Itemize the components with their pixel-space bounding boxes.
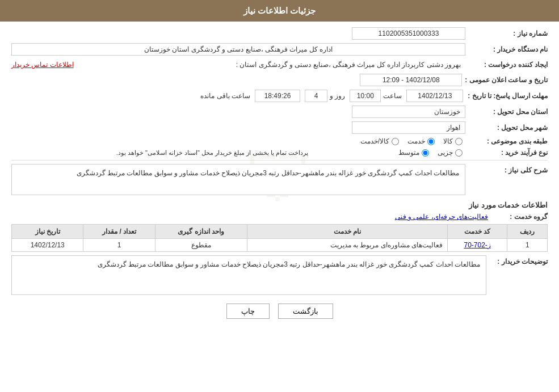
need-number-row: شماره نیاز : 1102005351000333 (11, 27, 548, 40)
page-title: جزئیات اطلاعات نیاز (243, 6, 316, 15)
table-row: 1 ز-702-70 فعالیت‌های مشاوره‌ای مربوط به… (12, 239, 548, 252)
city-row: شهر محل تحویل : اهواز (11, 121, 548, 134)
need-number-label: شماره نیاز : (468, 29, 548, 37)
deadline-time-segment: ساعت 10:00 (350, 90, 402, 102)
deadline-days-segment: روز و 4 (305, 90, 345, 102)
province-value: خوزستان (352, 106, 465, 118)
divider (11, 160, 548, 161)
purchase-type-row: نوع فرآیند خرید : جزیی متوسط پرداخت تمام… (11, 149, 548, 157)
cell-quantity: 1 (83, 239, 155, 252)
col-date: تاریخ نیاز (12, 225, 83, 239)
category-khadamat-label: خدمت (407, 137, 425, 145)
deadline-day-label: روز و (330, 92, 345, 100)
service-group-label: گروه خدمت : (491, 213, 548, 221)
col-unit: واحد اندازه گیری (155, 225, 247, 239)
cell-service-name: فعالیت‌های مشاوره‌ای مربوط به مدیریت (247, 239, 447, 252)
category-kala-khadamat: کالا/خدمت (360, 137, 399, 145)
city-label: شهر محل تحویل : (468, 124, 548, 132)
category-radio-group: کالا خدمت کالا/خدمت (360, 137, 463, 145)
city-value: اهواز (352, 121, 465, 134)
purchase-motavasset-label: متوسط (398, 149, 419, 157)
purchase-jozi: جزیی (438, 149, 463, 157)
page-header: جزئیات اطلاعات نیاز (0, 0, 559, 22)
deadline-date: 1402/12/13 (406, 90, 463, 102)
purchase-jozi-label: جزیی (438, 149, 453, 157)
deadline-row: مهلت ارسال پاسخ: تا تاریخ : 1402/12/13 س… (11, 90, 548, 102)
need-number-value: 1102005351000333 (352, 27, 465, 40)
buyer-org-value: اداره کل میراث فرهنگی ،صنایع دستی و گردش… (11, 43, 465, 56)
description-row: شرح کلی نیاز : مطالعات احداث کمپ گردشگری… (11, 164, 548, 195)
purchase-type-label: نوع فرآیند خرید : (468, 149, 548, 157)
col-service-name: نام خدمت (247, 225, 447, 239)
buyer-desc-row: توضیحات خریدار : مطالعات احداث کمپ گردشگ… (11, 255, 548, 295)
col-row-num: ردیف (507, 225, 548, 239)
back-button[interactable]: بازگشت (278, 304, 333, 319)
category-label: طبقه بندی موضوعی : (468, 137, 548, 145)
description-value: مطالعات احداث کمپ گردشگری خور غزاله بندر… (11, 164, 465, 195)
category-kala: کالا (443, 137, 463, 145)
service-info-title: اطلاعات خدمات مورد نیاز (11, 201, 548, 209)
deadline-time-label: ساعت (383, 92, 402, 100)
category-kala-khadamat-radio[interactable] (392, 138, 399, 145)
remaining-label: ساعت باقی مانده (200, 92, 250, 100)
service-info-section: اطلاعات خدمات مورد نیاز گروه خدمت : فعال… (11, 201, 548, 252)
buyer-desc-value: مطالعات احداث کمپ گردشگری خور غزاله بندر… (11, 255, 486, 295)
purchase-motavasset-radio[interactable] (422, 149, 429, 157)
cell-date: 1402/12/13 (12, 239, 83, 252)
services-table: ردیف کد خدمت نام خدمت واحد اندازه گیری ت… (11, 224, 548, 252)
buyer-org-row: نام دستگاه خریدار : اداره کل میراث فرهنگ… (11, 43, 548, 56)
remaining-time-value: 18:49:26 (255, 90, 300, 102)
category-row: طبقه بندی موضوعی : کالا خدمت کالا/خدمت (11, 137, 548, 145)
announce-label: تاریخ و ساعت اعلان عمومی : (465, 76, 548, 84)
cell-unit: مقطوع (155, 239, 247, 252)
service-group-value[interactable]: فعالیت‌های حرفه‌ای، علمی و فنی (395, 213, 488, 221)
buyer-desc-label: توضیحات خریدار : (491, 255, 548, 265)
announce-value: 1402/12/08 - 12:09 (360, 74, 462, 86)
service-group-row: گروه خدمت : فعالیت‌های حرفه‌ای، علمی و ف… (11, 213, 548, 221)
category-kala-khadamat-label: کالا/خدمت (360, 137, 389, 145)
col-service-code: کد خدمت (447, 225, 507, 239)
table-header-row: ردیف کد خدمت نام خدمت واحد اندازه گیری ت… (12, 225, 548, 239)
category-khadamat-radio[interactable] (427, 138, 435, 145)
cell-row-num: 1 (507, 239, 548, 252)
purchase-motavasset: متوسط (398, 149, 429, 157)
print-button[interactable]: چاپ (226, 304, 270, 319)
purchase-note: پرداخت تمام یا بخشی از مبلغ خریدار محل "… (11, 149, 308, 157)
deadline-label: مهلت ارسال پاسخ: تا تاریخ : (468, 92, 548, 100)
buttons-row: بازگشت چاپ (11, 304, 548, 319)
announce-row: تاریخ و ساعت اعلان عمومی : 1402/12/08 - … (11, 74, 548, 86)
province-row: استان محل تحویل : خوزستان (11, 106, 548, 118)
purchase-type-radio-group: جزیی متوسط (314, 149, 463, 157)
creator-label: ایجاد کننده درخواست : (468, 61, 548, 69)
category-kala-label: کالا (443, 137, 453, 145)
cell-service-code: ز-702-70 (447, 239, 507, 252)
deadline-days-value: 4 (305, 90, 327, 102)
creator-row: ایجاد کننده درخواست : بهروز دشتی کاربردا… (11, 59, 548, 70)
service-code-link[interactable]: ز-702-70 (464, 241, 490, 249)
description-label: شرح کلی نیاز : (468, 164, 548, 174)
deadline-time-value: 10:00 (350, 90, 381, 102)
category-khadamat: خدمت (407, 137, 435, 145)
contact-link[interactable]: اطلاعات تماس خریدار (11, 61, 74, 69)
category-kala-radio[interactable] (455, 138, 463, 145)
col-quantity: تعداد / مقدار (83, 225, 155, 239)
creator-value: بهروز دشتی کاربرداز اداره کل میراث فرهنگ… (77, 59, 465, 70)
province-label: استان محل تحویل : (468, 108, 548, 116)
buyer-org-label: نام دستگاه خریدار : (468, 45, 548, 53)
purchase-jozi-radio[interactable] (455, 149, 463, 157)
